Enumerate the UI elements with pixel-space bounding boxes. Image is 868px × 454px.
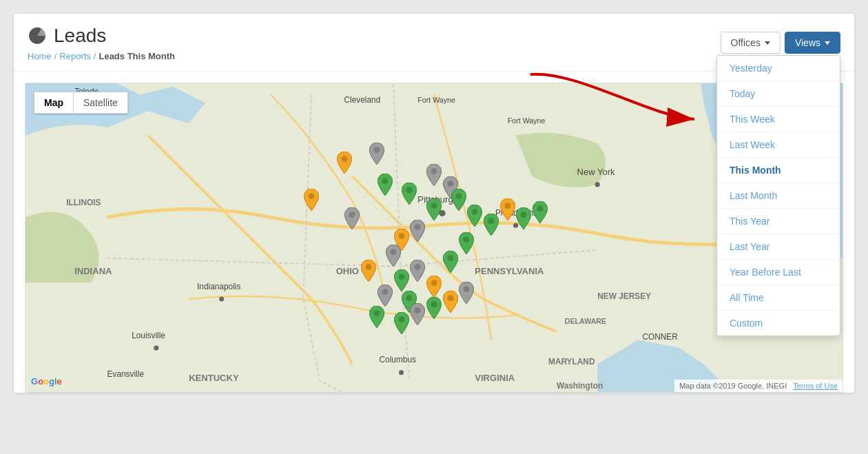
map-pin[interactable]	[484, 214, 499, 238]
dropdown-item-custom[interactable]: Custom	[717, 311, 840, 336]
svg-point-50	[472, 209, 478, 215]
breadcrumb-current: Leads This Month	[99, 51, 175, 61]
dropdown-item-this-month[interactable]: This Month	[717, 158, 840, 183]
map-tab[interactable]: Map	[34, 92, 73, 113]
map-data-text: Map data ©2019 Google, INEGI	[679, 382, 787, 390]
svg-point-38	[341, 156, 347, 163]
svg-point-60	[521, 211, 527, 218]
svg-point-57	[464, 236, 470, 243]
offices-label: Offices	[731, 37, 761, 48]
map-pin[interactable]	[394, 269, 409, 293]
dropdown-item-today[interactable]: Today	[717, 81, 840, 107]
map-pin[interactable]	[426, 198, 442, 223]
svg-point-66	[464, 286, 470, 292]
svg-text:Fort Wayne: Fort Wayne	[417, 96, 455, 104]
svg-text:DELAWARE: DELAWARE	[565, 317, 606, 325]
svg-point-67	[374, 311, 380, 317]
views-label: Views	[795, 37, 820, 48]
svg-text:Fort Wayne: Fort Wayne	[508, 116, 546, 125]
svg-point-55	[431, 280, 437, 286]
dropdown-item-last-week[interactable]: Last Week	[717, 132, 840, 158]
breadcrumb-home[interactable]: Home	[28, 51, 52, 61]
map-pin[interactable]	[402, 183, 417, 207]
svg-text:Washington: Washington	[557, 381, 603, 391]
map-pin[interactable]	[410, 220, 425, 244]
views-caret-icon	[825, 41, 830, 45]
svg-point-47	[415, 224, 421, 230]
svg-point-46	[398, 234, 404, 240]
map-pin[interactable]	[410, 260, 425, 284]
svg-point-63	[406, 295, 413, 301]
svg-point-40	[309, 193, 315, 199]
svg-text:ILLINOIS: ILLINOIS	[66, 198, 101, 207]
map-pin[interactable]	[337, 152, 352, 176]
map-pin[interactable]	[467, 205, 482, 229]
svg-point-59	[504, 203, 510, 209]
map-pin[interactable]	[516, 207, 531, 231]
dropdown-item-this-week[interactable]: This Week	[717, 107, 840, 132]
card-header: Leads Home / Reports / Leads This Month	[14, 14, 854, 72]
google-logo: Google	[31, 376, 62, 386]
svg-point-62	[382, 289, 388, 295]
map-pin[interactable]	[426, 276, 442, 300]
svg-text:MARYLAND: MARYLAND	[548, 357, 595, 367]
dropdown-item-yesterday[interactable]: Yesterday	[717, 56, 840, 81]
svg-point-56	[447, 255, 453, 261]
map-pin[interactable]	[369, 143, 384, 167]
svg-point-41	[349, 211, 355, 218]
pie-chart-icon	[28, 26, 47, 45]
map-pin[interactable]	[344, 207, 360, 231]
map-pin[interactable]	[443, 291, 458, 315]
svg-point-39	[374, 147, 380, 153]
svg-text:VIRGINIA: VIRGINIA	[475, 373, 515, 383]
svg-text:Indianapolis: Indianapolis	[197, 282, 240, 291]
offices-button[interactable]: Offices	[721, 32, 781, 54]
views-button[interactable]: Views	[785, 32, 840, 54]
svg-point-68	[398, 317, 404, 323]
map-controls: Map Satellite	[34, 92, 128, 114]
dropdown-item-last-year[interactable]: Last Year	[717, 234, 840, 260]
svg-point-65	[447, 295, 453, 301]
map-pin[interactable]	[459, 282, 474, 306]
dropdown-item-all-time[interactable]: All Time	[717, 285, 840, 311]
page-title: Leads	[54, 25, 106, 47]
map-pin[interactable]	[500, 198, 515, 223]
map-pin[interactable]	[443, 251, 458, 275]
svg-text:Louisville: Louisville	[132, 331, 165, 340]
views-dropdown-menu: YesterdayTodayThis WeekLast WeekThis Mon…	[716, 55, 840, 336]
breadcrumb-reports[interactable]: Reports	[59, 51, 91, 61]
map-pin[interactable]	[386, 245, 401, 269]
svg-point-42	[382, 178, 388, 184]
svg-text:Columbus: Columbus	[380, 355, 416, 364]
map-pin[interactable]	[304, 189, 319, 213]
svg-text:KENTUCKY: KENTUCKY	[189, 373, 239, 383]
svg-point-5	[219, 296, 224, 301]
dropdown-item-last-month[interactable]: Last Month	[717, 183, 840, 209]
map-pin[interactable]	[426, 297, 442, 321]
header-right: Offices Views YesterdayTodayThis WeekLas…	[721, 32, 840, 54]
svg-text:NEW JERSEY: NEW JERSEY	[597, 291, 651, 301]
svg-point-51	[390, 249, 396, 255]
svg-point-43	[406, 187, 413, 193]
map-pin[interactable]	[533, 201, 548, 225]
map-pin[interactable]	[459, 232, 474, 256]
map-pin[interactable]	[361, 260, 376, 284]
satellite-tab[interactable]: Satellite	[73, 92, 127, 113]
dropdown-item-this-year[interactable]: This Year	[717, 209, 840, 234]
map-pin[interactable]	[410, 303, 425, 327]
header-left: Leads Home / Reports / Leads This Month	[28, 25, 175, 61]
map-pin[interactable]	[451, 189, 466, 213]
svg-point-6	[154, 346, 158, 351]
map-pin[interactable]	[378, 174, 393, 198]
map-terms-link[interactable]: Terms of Use	[793, 382, 838, 390]
map-pin[interactable]	[426, 164, 442, 188]
svg-point-69	[415, 307, 421, 313]
svg-point-53	[398, 274, 404, 280]
svg-point-61	[537, 205, 544, 211]
svg-point-7	[399, 370, 404, 375]
map-pin[interactable]	[394, 312, 409, 336]
map-pin[interactable]	[369, 306, 384, 330]
svg-text:PENNSYLVANIA: PENNSYLVANIA	[475, 266, 544, 276]
dropdown-item-year-before-last[interactable]: Year Before Last	[717, 260, 840, 285]
map-pin[interactable]	[378, 285, 393, 309]
